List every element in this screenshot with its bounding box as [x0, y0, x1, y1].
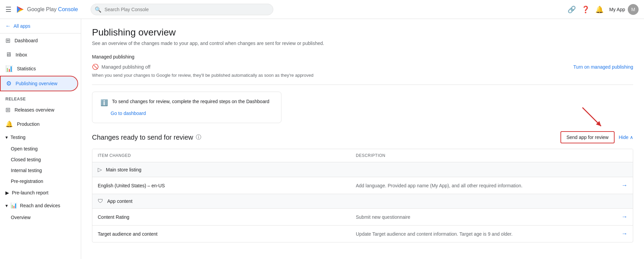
- sidebar-item-overview[interactable]: Overview: [0, 212, 78, 223]
- managed-pub-status: 🚫 Managed publishing off: [92, 64, 151, 70]
- svg-marker-1: [596, 121, 601, 126]
- sidebar-item-pre-registration[interactable]: Pre-registration: [0, 176, 78, 187]
- send-app-for-review-button[interactable]: Send app for review: [560, 131, 615, 143]
- open-testing-label: Open testing: [11, 146, 38, 151]
- reach-icon: ▾: [5, 203, 8, 208]
- topbar: ☰ Google Play Console 🔍 🔗 ❓ 🔔 My App M: [0, 0, 644, 19]
- sidebar-item-label: Testing: [10, 135, 25, 140]
- sidebar-item-label: Publishing overview: [16, 81, 58, 86]
- table-cell-desc: Add language. Provided app name (My App)…: [356, 183, 614, 188]
- changes-actions: Send app for review Hide ∧: [560, 131, 633, 143]
- changes-title-text: Changes ready to send for review: [92, 134, 193, 141]
- turn-on-managed-publishing-link[interactable]: Turn on managed publishing: [573, 64, 633, 70]
- statistics-icon: 📊: [5, 65, 13, 72]
- info-box-text: To send changes for review, complete the…: [112, 99, 269, 104]
- table-cell-item: Target audience and content: [98, 231, 356, 237]
- table-header: Item changed Description: [92, 149, 633, 162]
- info-box: ℹ️ To send changes for review, complete …: [92, 92, 281, 123]
- notifications-icon[interactable]: 🔔: [595, 5, 604, 14]
- page-subtitle: See an overview of the changes made to y…: [92, 41, 633, 46]
- menu-icon[interactable]: ☰: [5, 5, 12, 14]
- logo-area: Google Play Console: [16, 5, 78, 14]
- testing-icon: ▾: [5, 135, 8, 140]
- back-arrow-icon: ←: [5, 23, 11, 29]
- group-label: Main store listing: [106, 167, 141, 172]
- svg-line-0: [582, 108, 601, 126]
- pre-registration-label: Pre-registration: [11, 179, 43, 184]
- sidebar-item-releases-overview[interactable]: ⊞ Releases overview: [0, 103, 78, 117]
- search-icon: 🔍: [95, 6, 101, 13]
- publishing-icon: ⚙: [6, 80, 12, 87]
- changes-title: Changes ready to send for review ⓘ: [92, 134, 201, 141]
- divider: [92, 85, 633, 85]
- sidebar-item-reach-devices[interactable]: ▾ 📊 Reach and devices: [0, 199, 78, 212]
- production-icon: 🔔: [5, 120, 13, 128]
- sidebar-item-inbox[interactable]: 🖥 Inbox: [0, 48, 78, 62]
- layout: ← All apps ⊞ Dashboard 🖥 Inbox 📊 Statist…: [0, 19, 644, 259]
- table-row: Content Rating Submit new questionnaire …: [92, 209, 633, 226]
- shield-icon: 🛡: [98, 198, 103, 204]
- sidebar-item-publishing[interactable]: ⚙ Publishing overview: [0, 76, 78, 91]
- logo-google: Google Play: [27, 6, 58, 12]
- sidebar-item-testing[interactable]: ▾ Testing: [0, 131, 78, 143]
- managed-pub-desc: When you send your changes to Google for…: [92, 73, 633, 78]
- table-header-item: Item changed: [98, 153, 356, 158]
- publishing-chip: [67, 83, 72, 84]
- link-icon[interactable]: 🔗: [568, 5, 576, 14]
- sidebar-item-statistics[interactable]: 📊 Statistics: [0, 62, 78, 76]
- topbar-left: ☰ Google Play Console: [5, 5, 87, 14]
- table-row: English (United States) – en-US Add lang…: [92, 177, 633, 194]
- table-cell-desc: Submit new questionnaire: [356, 214, 614, 220]
- sidebar-item-open-testing[interactable]: Open testing: [0, 143, 78, 154]
- sidebar-item-production[interactable]: 🔔 Production: [0, 117, 78, 131]
- info-box-row: ℹ️ To send changes for review, complete …: [100, 99, 273, 107]
- main-content: Publishing overview See an overview of t…: [81, 19, 644, 259]
- sidebar-item-label: Releases overview: [15, 107, 54, 113]
- page-title: Publishing overview: [92, 27, 633, 38]
- sidebar: ← All apps ⊞ Dashboard 🖥 Inbox 📊 Statist…: [0, 19, 81, 259]
- releases-icon: ⊞: [5, 106, 10, 114]
- play-logo-icon: [16, 5, 25, 14]
- hide-button[interactable]: Hide ∧: [619, 135, 633, 140]
- overview-label: Overview: [11, 215, 30, 220]
- help-icon[interactable]: ❓: [581, 5, 590, 14]
- table-group-app-content: 🛡 App content: [92, 194, 633, 209]
- user-name: My App: [609, 7, 625, 12]
- sidebar-item-dashboard[interactable]: ⊞ Dashboard: [0, 33, 78, 48]
- table-cell-item: English (United States) – en-US: [98, 183, 356, 188]
- sidebar-item-closed-testing[interactable]: Closed testing: [0, 154, 78, 165]
- chevron-up-icon: ∧: [630, 135, 633, 140]
- sidebar-item-label: Statistics: [17, 66, 36, 71]
- table-row-arrow-icon[interactable]: →: [614, 230, 627, 237]
- table-header-desc: Description: [356, 153, 614, 158]
- all-apps-label: All apps: [14, 23, 30, 29]
- search-bar: 🔍: [91, 4, 273, 15]
- sidebar-item-internal-testing[interactable]: Internal testing: [0, 165, 78, 176]
- managed-pub-off-icon: 🚫: [92, 64, 99, 70]
- table-header-action: [614, 153, 627, 158]
- group-label: App content: [107, 198, 133, 204]
- go-dashboard-link[interactable]: Go to dashboard: [111, 111, 273, 116]
- help-circle-icon[interactable]: ⓘ: [196, 134, 201, 141]
- search-input[interactable]: [91, 4, 273, 15]
- topbar-right: 🔗 ❓ 🔔 My App M: [568, 4, 639, 15]
- managed-pub-row: 🚫 Managed publishing off Turn on managed…: [92, 64, 633, 70]
- pre-launch-label: Pre-launch report: [12, 190, 48, 195]
- managed-pub-section-title: Managed publishing: [92, 54, 633, 60]
- changes-header: Changes ready to send for review ⓘ Send …: [92, 131, 633, 143]
- sidebar-item-label: Dashboard: [15, 38, 38, 43]
- table-row-arrow-icon[interactable]: →: [614, 213, 627, 220]
- reach-chart-icon: 📊: [10, 202, 17, 209]
- managed-pub-status-text: Managed publishing off: [101, 64, 151, 70]
- table-row: Target audience and content Update Targe…: [92, 226, 633, 242]
- internal-testing-label: Internal testing: [11, 168, 42, 173]
- sidebar-item-pre-launch[interactable]: ▶ Pre-launch report: [0, 187, 78, 199]
- inbox-icon: 🖥: [5, 51, 12, 58]
- table-cell-item: Content Rating: [98, 214, 356, 220]
- all-apps-link[interactable]: ← All apps: [0, 19, 81, 33]
- user-area[interactable]: My App M: [609, 4, 639, 15]
- table-row-arrow-icon[interactable]: →: [614, 182, 627, 189]
- logo-console: Console: [58, 6, 78, 12]
- managed-pub-left: 🚫 Managed publishing off: [92, 64, 151, 70]
- table-group-main-store-listing: ▷ Main store listing: [92, 162, 633, 177]
